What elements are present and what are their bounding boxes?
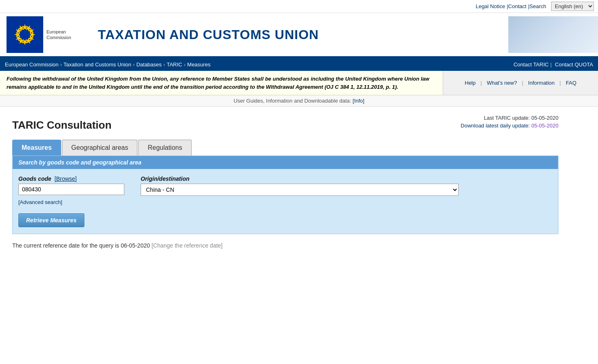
whats-new-link[interactable]: What's new? xyxy=(487,80,517,86)
tab-measures[interactable]: Measures xyxy=(12,140,61,156)
site-title: TAXATION AND CUSTOMS UNION xyxy=(90,19,508,50)
title-area: TARIC Consultation Last TARIC update: 05… xyxy=(12,115,558,132)
contact-link[interactable]: Contact xyxy=(508,3,527,9)
browse-link[interactable]: [Browse] xyxy=(55,175,77,182)
withdrawal-notice: Following the withdrawal of the United K… xyxy=(0,71,443,95)
help-link[interactable]: Help xyxy=(465,80,476,86)
breadcrumb-ec[interactable]: European Commission xyxy=(5,61,59,68)
last-update: Last TARIC update: 05-05-2020 xyxy=(461,115,558,121)
help-links: Help | What's new? | Information | FAQ xyxy=(443,71,598,95)
tab-geographical-areas[interactable]: Geographical areas xyxy=(62,140,138,156)
search-panel-header: Search by goods code and geographical ar… xyxy=(13,156,558,169)
origin-group: Origin/destination China - CN United Sta… xyxy=(141,175,459,196)
info-link[interactable]: [Info] xyxy=(353,98,364,104)
commission-label: European Commission xyxy=(46,29,71,41)
breadcrumb-taric[interactable]: TARIC xyxy=(167,61,182,68)
download-date-link[interactable]: 05-05-2020 xyxy=(532,123,559,129)
tabs-container: Measures Geographical areas Regulations … xyxy=(12,140,558,234)
logo-area: European Commission xyxy=(0,13,90,56)
contact-quota-link[interactable]: Contact QUOTA xyxy=(555,61,593,68)
goods-code-input[interactable] xyxy=(18,184,124,195)
nav-links: Contact TARIC | Contact QUOTA xyxy=(507,59,598,70)
header-graphic xyxy=(508,16,598,53)
origin-select[interactable]: China - CN United States - US Japan - JP… xyxy=(141,184,459,196)
update-info: Last TARIC update: 05-05-2020 Download l… xyxy=(461,115,558,129)
page-title: TARIC Consultation xyxy=(12,119,112,132)
tabs: Measures Geographical areas Regulations xyxy=(12,140,558,156)
download-link-row: Download latest daily update: 05-05-2020 xyxy=(461,123,558,129)
info-bar-text: User Guides, Information and Downloadabl… xyxy=(234,98,351,104)
ref-date: The current reference date for the query… xyxy=(12,242,558,249)
search-panel: Search by goods code and geographical ar… xyxy=(12,156,558,234)
site-header: European Commission TAXATION AND CUSTOMS… xyxy=(0,13,598,58)
eu-logo xyxy=(7,16,43,53)
retrieve-measures-button[interactable]: Retrieve Measures xyxy=(18,213,84,227)
change-ref-date-link[interactable]: [Change the reference date] xyxy=(152,242,223,249)
contact-taric-link[interactable]: Contact TARIC xyxy=(514,61,549,68)
information-link[interactable]: Information xyxy=(528,80,555,86)
notice-area: Following the withdrawal of the United K… xyxy=(0,71,598,95)
form-row: Goods code [Browse] Origin/destination C… xyxy=(18,175,552,196)
search-panel-body: Goods code [Browse] Origin/destination C… xyxy=(13,169,558,234)
breadcrumb-databases[interactable]: Databases xyxy=(136,61,161,68)
advanced-search[interactable]: [Advanced search] xyxy=(18,199,552,205)
top-bar: Legal Notice | Contact | Search English … xyxy=(0,0,598,13)
search-link[interactable]: Search xyxy=(530,3,546,9)
nav-bar: European Commission › Taxation and Custo… xyxy=(0,58,598,71)
breadcrumb-tcu[interactable]: Taxation and Customs Union xyxy=(64,61,131,68)
goods-code-group: Goods code [Browse] xyxy=(18,175,124,195)
tab-regulations[interactable]: Regulations xyxy=(138,140,192,156)
main-content: TARIC Consultation Last TARIC update: 05… xyxy=(0,107,571,257)
last-update-date: 05-05-2020 xyxy=(532,115,559,121)
language-select[interactable]: English (en) Français (fr) Deutsch (de) … xyxy=(551,2,594,11)
info-bar: User Guides, Information and Downloadabl… xyxy=(0,95,598,107)
goods-code-label: Goods code [Browse] xyxy=(18,175,124,182)
breadcrumb-current: Measures xyxy=(187,61,210,68)
faq-link[interactable]: FAQ xyxy=(566,80,576,86)
legal-notice-link[interactable]: Legal Notice xyxy=(476,3,505,9)
origin-label: Origin/destination xyxy=(141,175,459,182)
breadcrumb: European Commission › Taxation and Custo… xyxy=(0,59,215,70)
